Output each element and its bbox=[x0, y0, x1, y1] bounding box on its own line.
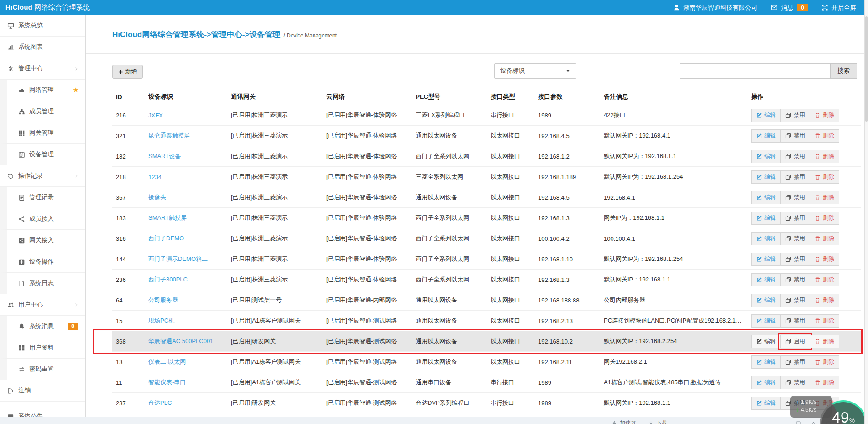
grid-icon bbox=[18, 130, 25, 137]
file-icon bbox=[18, 280, 25, 287]
toggle-button[interactable]: 禁用 bbox=[780, 109, 810, 122]
sidebar-item-logout[interactable]: 注销 bbox=[0, 380, 85, 402]
device-cloud-network: [已启用]华辰智通-体验网络 bbox=[323, 105, 412, 126]
device-name-link[interactable]: 公司服务器 bbox=[148, 297, 178, 303]
delete-button[interactable]: 删除 bbox=[810, 273, 839, 286]
delete-button[interactable]: 删除 bbox=[810, 355, 839, 369]
browser-accelerator-button[interactable]: 加速器 bbox=[612, 419, 636, 424]
sidebar-item-network-management[interactable]: 网络管理 ★ bbox=[0, 80, 85, 101]
sidebar-item-user-profile[interactable]: 用户资料 bbox=[0, 337, 85, 359]
table-toolbar: 新增 设备标识 搜索 bbox=[86, 54, 868, 90]
toggle-button[interactable]: 禁用 bbox=[780, 253, 810, 266]
delete-button[interactable]: 删除 bbox=[810, 191, 839, 204]
sidebar-item-system-messages[interactable]: 系统消息 0 bbox=[0, 316, 85, 337]
sidebar-item-gateway-management[interactable]: 网关管理 bbox=[0, 122, 85, 144]
star-icon[interactable]: ★ bbox=[73, 86, 79, 94]
edit-button[interactable]: 编辑 bbox=[751, 232, 781, 245]
edit-button[interactable]: 编辑 bbox=[751, 253, 781, 266]
toggle-button[interactable]: 禁用 bbox=[780, 170, 810, 184]
device-interface-type: 以太网接口 bbox=[487, 146, 534, 167]
messages-label: 消息 bbox=[781, 4, 793, 12]
toggle-button[interactable]: 禁用 bbox=[780, 232, 810, 245]
sidebar-item-management-center[interactable]: 管理中心 bbox=[0, 58, 85, 80]
browser-speed-widget[interactable]: ↑ 1.9K/s ↓ 4.5K/s 49% bbox=[790, 387, 867, 424]
search-button[interactable]: 搜索 bbox=[830, 63, 857, 79]
device-name-link[interactable]: 仪表二-以太网 bbox=[148, 358, 186, 365]
sidebar-item-system-logs[interactable]: 系统日志 bbox=[0, 273, 85, 294]
toggle-button[interactable]: 禁用 bbox=[780, 191, 810, 204]
edit-button[interactable]: 编辑 bbox=[751, 314, 781, 328]
app-brand[interactable]: HiCloud 网络综合管理系统 bbox=[0, 3, 90, 12]
toggle-button[interactable]: 禁用 bbox=[780, 129, 810, 143]
delete-button[interactable]: 删除 bbox=[810, 314, 839, 328]
sidebar-item-system-overview[interactable]: 系统总览 bbox=[0, 15, 85, 37]
toggle-button[interactable]: 禁用 bbox=[780, 355, 810, 369]
device-name-link[interactable]: 1234 bbox=[148, 174, 162, 180]
delete-button[interactable]: 删除 bbox=[810, 335, 839, 348]
edit-button[interactable]: 编辑 bbox=[751, 150, 781, 163]
sidebar-item-user-center[interactable]: 用户中心 bbox=[0, 294, 85, 316]
device-name-link[interactable]: 摄像头 bbox=[148, 194, 166, 201]
edit-button[interactable]: 编辑 bbox=[751, 294, 781, 307]
device-name-link[interactable]: 西门子DEMO一 bbox=[148, 235, 190, 242]
edit-button[interactable]: 编辑 bbox=[751, 355, 781, 369]
sidebar-item-password-reset[interactable]: 密码重置 bbox=[0, 359, 85, 380]
delete-button[interactable]: 删除 bbox=[810, 212, 839, 225]
edit-button[interactable]: 编辑 bbox=[751, 376, 781, 389]
device-name-link[interactable]: 台达PLC bbox=[148, 399, 172, 406]
device-gateway: [已启用]株洲三菱演示 bbox=[227, 146, 323, 167]
delete-button[interactable]: 删除 bbox=[810, 232, 839, 245]
edit-button[interactable]: 编辑 bbox=[751, 170, 781, 184]
table-row: 367 摄像头 [已启用]株洲三菱演示 [已启用]华辰智通-体验网络 通用以太网… bbox=[112, 187, 861, 208]
sidebar-item-system-charts[interactable]: 系统图表 bbox=[0, 37, 85, 58]
sidebar-item-device-management[interactable]: 设备管理 bbox=[0, 144, 85, 165]
sidebar-item-device-operations[interactable]: 设备操作 bbox=[0, 251, 85, 273]
device-name-link[interactable]: 智能仪表-串口 bbox=[148, 379, 186, 386]
delete-button[interactable]: 删除 bbox=[810, 294, 839, 307]
edit-button[interactable]: 编辑 bbox=[751, 109, 781, 122]
device-name-link[interactable]: 华辰智通AC 500PLC001 bbox=[148, 338, 213, 344]
search-input[interactable] bbox=[680, 63, 830, 79]
add-device-button[interactable]: 新增 bbox=[112, 65, 143, 79]
filter-field-select[interactable]: 设备标识 bbox=[494, 63, 576, 79]
device-name-link[interactable]: 昆仑通泰触摸屏 bbox=[148, 132, 190, 139]
edit-button[interactable]: 编辑 bbox=[751, 191, 781, 204]
edit-button[interactable]: 编辑 bbox=[751, 335, 781, 348]
company-menu[interactable]: 湖南华辰智通科技有限公司 bbox=[673, 4, 757, 12]
device-gateway: [已启用]A1栋客户测试网关 bbox=[227, 372, 323, 393]
sidebar-item-member-access[interactable]: 成员接入 bbox=[0, 208, 85, 230]
browser-scrollbar[interactable] bbox=[864, 0, 868, 424]
toggle-button[interactable]: 禁用 bbox=[780, 273, 810, 286]
sidebar-item-operation-records[interactable]: 操作记录 bbox=[0, 165, 85, 187]
delete-button[interactable]: 删除 bbox=[810, 170, 839, 184]
fullscreen-button[interactable]: 开启全屏 bbox=[821, 4, 856, 12]
edit-button[interactable]: 编辑 bbox=[751, 212, 781, 225]
edit-button[interactable]: 编辑 bbox=[751, 129, 781, 143]
toggle-button[interactable]: 禁用 bbox=[780, 212, 810, 225]
calendar-icon bbox=[18, 151, 25, 158]
device-name-link[interactable]: JXFX bbox=[148, 112, 163, 119]
device-cloud-network: [已启用]华辰智通-体验网络 bbox=[323, 146, 412, 167]
delete-button[interactable]: 删除 bbox=[810, 129, 839, 143]
browser-download-button[interactable]: 下载 bbox=[648, 419, 667, 424]
delete-button[interactable]: 删除 bbox=[810, 253, 839, 266]
edit-button[interactable]: 编辑 bbox=[751, 397, 781, 410]
sidebar-item-member-management[interactable]: 成员管理 bbox=[0, 101, 85, 122]
sidebar-item-gateway-access[interactable]: 网关接入 bbox=[0, 230, 85, 251]
sidebar-item-management-records[interactable]: 管理记录 bbox=[0, 187, 85, 208]
scrollbar-thumb[interactable] bbox=[865, 16, 868, 122]
device-name-link[interactable]: SMART设备 bbox=[148, 153, 181, 159]
edit-button[interactable]: 编辑 bbox=[751, 273, 781, 286]
device-name-link[interactable]: 西门子演示DEMO箱二 bbox=[148, 255, 208, 262]
toggle-button[interactable]: 禁用 bbox=[780, 314, 810, 328]
toggle-button[interactable]: 禁用 bbox=[780, 150, 810, 163]
delete-button[interactable]: 删除 bbox=[810, 109, 839, 122]
device-name-link[interactable]: SMART触摸屏 bbox=[148, 214, 187, 221]
device-remark: 默认网关IP：192.168.1.1 bbox=[600, 393, 748, 413]
toggle-button[interactable]: 禁用 bbox=[780, 294, 810, 307]
toggle-button[interactable]: 启用 bbox=[780, 335, 810, 348]
device-name-link[interactable]: 西门子300PLC bbox=[148, 276, 188, 283]
messages-button[interactable]: 消息 0 bbox=[771, 4, 808, 12]
device-name-link[interactable]: 现场PC机 bbox=[148, 317, 174, 324]
delete-button[interactable]: 删除 bbox=[810, 150, 839, 163]
